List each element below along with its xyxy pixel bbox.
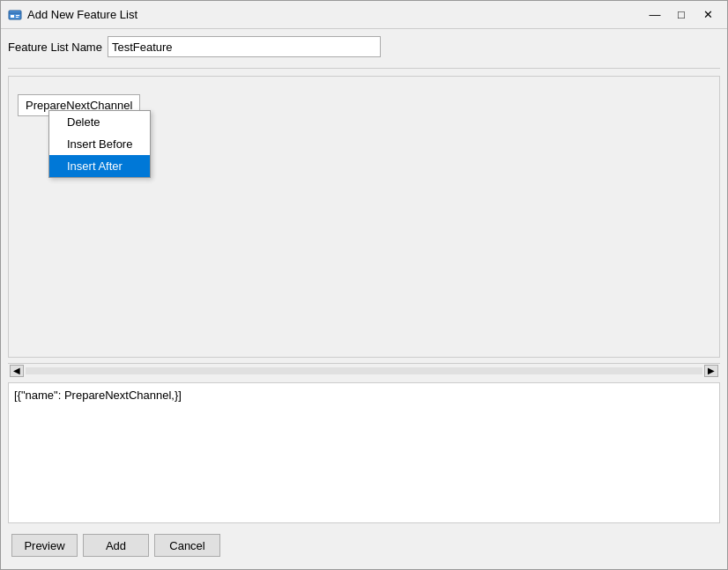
divider — [8, 68, 720, 69]
main-canvas[interactable]: PrepareNextChannel Delete Insert Before … — [8, 76, 720, 358]
svg-rect-2 — [11, 15, 14, 18]
minimize-button[interactable]: — — [643, 5, 667, 25]
svg-rect-4 — [16, 17, 19, 18]
scroll-track[interactable] — [26, 367, 702, 374]
title-bar: Add New Feature List — □ ✕ — [1, 1, 727, 29]
feature-list-name-input[interactable] — [108, 36, 381, 57]
window-controls: — □ ✕ — [643, 5, 720, 25]
preview-content: [{"name": PrepareNextChannel,}] — [14, 389, 182, 402]
scroll-right-arrow[interactable]: ▶ — [704, 365, 718, 377]
context-menu-insert-before[interactable]: Insert Before — [49, 133, 150, 155]
window-icon — [8, 8, 22, 22]
window-title: Add New Feature List — [27, 8, 643, 21]
feature-list-name-row: Feature List Name — [8, 36, 720, 57]
scroll-left-arrow[interactable]: ◀ — [10, 365, 24, 377]
svg-rect-3 — [16, 15, 19, 16]
main-window: Add New Feature List — □ ✕ Feature List … — [0, 0, 728, 570]
bottom-bar: Preview Add Cancel — [8, 529, 720, 562]
content-area: Feature List Name PrepareNextChannel Del… — [1, 29, 727, 569]
context-menu-delete[interactable]: Delete — [49, 111, 150, 133]
maximize-button[interactable]: □ — [669, 5, 694, 25]
preview-area: [{"name": PrepareNextChannel,}] — [8, 382, 720, 523]
feature-list-name-label: Feature List Name — [8, 41, 102, 54]
add-button[interactable]: Add — [83, 534, 149, 557]
close-button[interactable]: ✕ — [695, 5, 720, 25]
context-menu: Delete Insert Before Insert After — [48, 110, 151, 178]
horizontal-scrollbar: ◀ ▶ — [8, 363, 720, 377]
cancel-button[interactable]: Cancel — [154, 534, 220, 557]
preview-button[interactable]: Preview — [11, 534, 78, 557]
context-menu-insert-after[interactable]: Insert After — [49, 155, 150, 177]
